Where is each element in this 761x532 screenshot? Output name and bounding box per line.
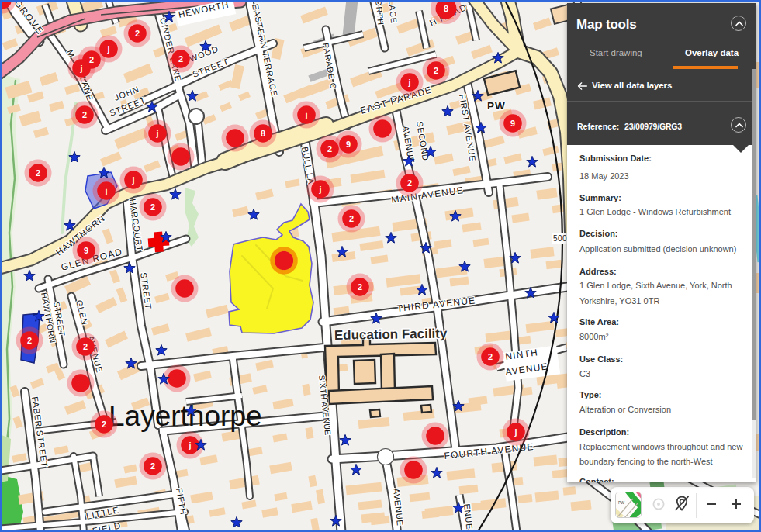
- svg-text:j: j: [514, 427, 517, 437]
- svg-text:2: 2: [89, 55, 94, 64]
- svg-text:9: 9: [84, 246, 88, 255]
- svg-text:9: 9: [346, 140, 351, 149]
- svg-text:Layerthorpe: Layerthorpe: [109, 400, 261, 432]
- svg-text:j: j: [104, 186, 107, 195]
- svg-text:2: 2: [27, 336, 32, 345]
- svg-text:PW: PW: [487, 100, 506, 112]
- svg-text:2: 2: [327, 144, 332, 154]
- svg-text:2: 2: [434, 66, 438, 75]
- svg-text:2: 2: [82, 110, 87, 119]
- svg-text:j: j: [188, 440, 191, 450]
- svg-text:j: j: [155, 129, 158, 138]
- svg-text:2: 2: [135, 29, 140, 38]
- svg-text:2: 2: [349, 214, 354, 223]
- svg-text:8: 8: [261, 129, 265, 138]
- svg-text:2: 2: [83, 342, 88, 351]
- svg-text:j: j: [407, 78, 410, 87]
- svg-text:j: j: [79, 64, 82, 73]
- svg-text:j: j: [318, 185, 321, 194]
- svg-text:j: j: [106, 44, 109, 54]
- svg-text:PW: PW: [618, 500, 624, 505]
- svg-text:500: 500: [553, 234, 567, 243]
- svg-text:9: 9: [510, 119, 515, 128]
- svg-text:8: 8: [444, 4, 448, 13]
- svg-text:2: 2: [102, 420, 106, 429]
- svg-text:2: 2: [150, 202, 155, 212]
- svg-text:j: j: [304, 110, 307, 119]
- svg-text:2: 2: [407, 178, 412, 188]
- svg-text:2: 2: [488, 352, 493, 361]
- svg-text:2: 2: [178, 54, 183, 64]
- svg-text:Education Facility: Education Facility: [334, 326, 448, 343]
- svg-text:2: 2: [36, 168, 40, 178]
- svg-text:2: 2: [358, 282, 362, 292]
- svg-text:j: j: [131, 175, 134, 185]
- svg-text:2: 2: [150, 461, 155, 471]
